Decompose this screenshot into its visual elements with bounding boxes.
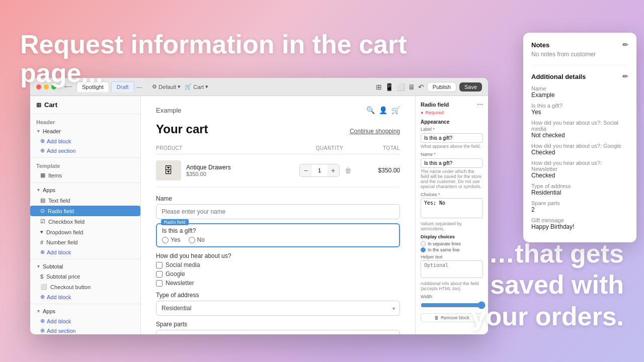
yes-option[interactable]: Yes — [162, 236, 181, 243]
more-options-btn[interactable]: ⋯ — [477, 101, 483, 108]
social-media-checkbox[interactable] — [156, 262, 163, 268]
plus-icon-6: ⊕ — [40, 327, 45, 334]
newsletter-option[interactable]: Newsletter — [156, 280, 400, 287]
plus-icon-2: ⊕ — [40, 147, 45, 154]
checkbox-field-label: Checkbox field — [48, 219, 85, 225]
qty-decrease[interactable]: − — [300, 164, 312, 176]
name-input-panel[interactable] — [421, 158, 483, 168]
hear-label: How did you hear about us? — [156, 252, 400, 259]
detail-item: How did you hear about us?: Social media… — [531, 120, 628, 139]
google-option[interactable]: Google — [156, 270, 400, 278]
sidebar-header-group[interactable]: ▼ Header — [30, 126, 140, 136]
name-field-label: Name * — [421, 152, 483, 157]
detail-value: Checked — [531, 149, 628, 156]
separate-lines-label: In separate lines — [428, 241, 461, 246]
no-radio[interactable] — [189, 237, 195, 243]
sidebar-dropdown-field[interactable]: ▾ Dropdown field — [30, 227, 140, 237]
add-block-2-label: Add block — [47, 249, 71, 255]
checkout-button-label: Checkout button — [50, 284, 91, 290]
radio-options: Yes No — [162, 236, 394, 243]
additional-edit-icon[interactable]: ✏ — [622, 72, 628, 80]
add-block-3-label: Add block — [47, 294, 71, 300]
headline-bottom-text: …that gets saved with your orders. — [471, 239, 624, 331]
add-section-1-btn[interactable]: ⊕ Add section — [30, 146, 140, 155]
detail-label: How did you hear about us?: Social media — [531, 120, 628, 132]
headline-top: Request information in the cart page... — [20, 30, 473, 87]
add-block-3-btn[interactable]: ⊕ Add block — [30, 292, 140, 302]
add-block-2-btn[interactable]: ⊕ Add block — [30, 247, 140, 257]
price-icon: $ — [40, 274, 43, 280]
apps-group-1[interactable]: ▼ Apps — [30, 185, 140, 195]
qty-control: − 1 + — [299, 164, 340, 177]
add-block-1-btn[interactable]: ⊕ Add block — [30, 136, 140, 146]
grid-icon-sidebar: ⊞ — [36, 102, 41, 109]
detail-value: Not checked — [531, 132, 628, 139]
name-input[interactable] — [156, 204, 400, 219]
add-section-2-btn[interactable]: ⊕ Add section — [30, 326, 140, 334]
google-checkbox[interactable] — [156, 271, 163, 278]
sidebar-text-field[interactable]: ▤ Text field — [30, 195, 140, 206]
sidebar-items[interactable]: ▦ Items — [30, 170, 140, 180]
separate-lines-radio[interactable] — [421, 241, 426, 246]
address-label: Type of address — [156, 292, 400, 299]
additional-title-text: Additional details — [531, 73, 586, 80]
delete-item-btn[interactable]: 🗑 — [345, 166, 352, 174]
spare-parts-input[interactable] — [156, 330, 400, 334]
label-hint: What appears above the field. — [421, 144, 483, 149]
required-badge: ● Required — [421, 110, 483, 115]
notes-title-text: Notes — [531, 41, 549, 49]
item-price: $350.00 — [186, 171, 231, 177]
subtotal-group[interactable]: ▼ Subtotal — [30, 261, 140, 272]
continue-shopping-link[interactable]: Continue shopping — [350, 128, 400, 135]
address-select[interactable]: Residential Commercial — [156, 301, 400, 316]
name-label: Name — [156, 195, 400, 202]
same-line-label: In the same line — [428, 247, 460, 252]
sidebar-checkbox-field[interactable]: ☑ Checkbox field — [30, 216, 140, 227]
plus-icon-5: ⊕ — [40, 318, 45, 324]
plus-icon-4: ⊕ — [40, 294, 45, 300]
choices-hint: Values separated by semicolons. — [421, 221, 483, 231]
user-icon[interactable]: 👤 — [379, 106, 387, 114]
spare-parts-label: Spare parts — [156, 321, 400, 328]
choices-input[interactable]: Yes; No — [421, 198, 483, 218]
yes-radio[interactable] — [162, 237, 169, 243]
arrow-icon-4: ▼ — [36, 309, 41, 314]
col-product: PRODUCT — [156, 145, 299, 151]
arrow-icon: ▼ — [36, 129, 41, 134]
detail-label: Is this a gift? — [531, 103, 628, 109]
sidebar-checkout-button[interactable]: ⬜ Checkout button — [30, 282, 140, 292]
text-field-label: Text field — [48, 198, 70, 204]
newsletter-checkbox[interactable] — [156, 280, 163, 287]
detail-value: 2 — [531, 206, 628, 213]
social-media-option[interactable]: Social media — [156, 261, 400, 268]
notes-title: Notes ✏ — [531, 41, 628, 49]
detail-value: Checked — [531, 172, 628, 179]
additional-details-section: Additional details ✏ Name Example Is thi… — [531, 72, 628, 230]
add-block-4-btn[interactable]: ⊕ Add block — [30, 316, 140, 326]
main-content: Example 🔍 👤 🛒 Your cart Continue shoppin… — [141, 96, 415, 334]
qty-value: 1 — [312, 167, 327, 173]
browser-window: ⟵ Spotlight Draft ··· ⚙ Default ▾ 🛒 Cart… — [30, 78, 488, 334]
sidebar-radio-field[interactable]: ⊙ Radio field — [30, 206, 140, 216]
number-field-label: Number field — [46, 239, 77, 245]
no-option[interactable]: No — [189, 236, 205, 243]
cart-page-icon[interactable]: 🛒 — [391, 106, 400, 114]
headline-bottom: …that gets saved with your orders. — [471, 238, 624, 332]
same-line-radio[interactable] — [421, 247, 426, 252]
arrow-icon-3: ▼ — [36, 264, 41, 269]
cart-item-image: 🗄 — [156, 160, 181, 180]
qty-increase[interactable]: + — [327, 164, 339, 176]
sidebar-subtotal-price[interactable]: $ Subtotal price — [30, 272, 140, 282]
detail-value: Happy Birthday! — [531, 223, 628, 230]
notes-edit-icon[interactable]: ✏ — [622, 41, 628, 49]
apps-group-2[interactable]: ▼ Apps — [30, 306, 140, 316]
detail-item: Spare parts 2 — [531, 200, 628, 213]
cart-title: Your cart — [156, 122, 208, 136]
search-icon[interactable]: 🔍 — [366, 106, 375, 114]
label-input[interactable] — [421, 133, 483, 143]
address-select-wrapper: Residential Commercial ▾ — [156, 301, 400, 316]
sidebar-number-field[interactable]: # Number field — [30, 237, 140, 247]
sidebar: ⊞ Cart Header ▼ Header ⊕ Add block ⊕ Add… — [30, 96, 141, 334]
headline-top-text: Request information in the cart page... — [20, 30, 407, 87]
required-label: Required — [425, 110, 444, 115]
